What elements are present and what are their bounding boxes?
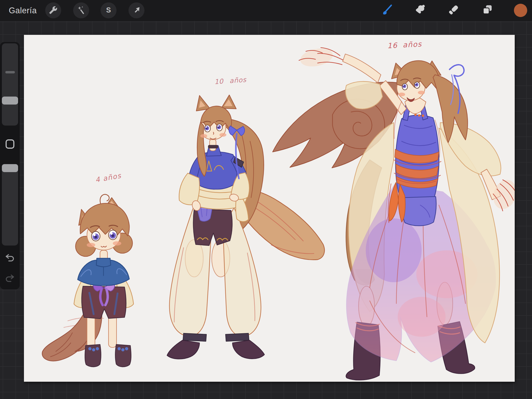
eraser-icon (447, 4, 460, 17)
character-age-4 (42, 194, 134, 367)
erase-tool-button[interactable] (447, 4, 460, 16)
undo-arrow-icon (5, 259, 15, 263)
brush-size-handle[interactable] (2, 97, 18, 105)
size-indicator-dash (5, 71, 15, 73)
adjustments-button[interactable] (73, 2, 89, 18)
left-sidebar (0, 42, 20, 289)
gallery-button[interactable]: Galería (9, 0, 37, 21)
actions-button[interactable] (45, 2, 61, 18)
procreate-app: 4 años 10 años 16 años Galería (0, 0, 532, 399)
selection-s-icon: S (104, 6, 113, 15)
undo-button[interactable] (5, 253, 15, 262)
layers-button[interactable] (481, 4, 493, 16)
redo-button[interactable] (5, 274, 15, 282)
smudge-tool-button[interactable] (414, 4, 426, 16)
transform-button[interactable] (128, 2, 144, 18)
character-age-16 (273, 46, 515, 380)
opacity-slider[interactable] (2, 164, 18, 246)
brush-size-slider[interactable] (2, 43, 18, 126)
smudge-finger-icon (414, 4, 426, 17)
magic-wand-icon (77, 6, 85, 15)
paint-tool-button[interactable] (381, 4, 393, 16)
redo-arrow-icon (5, 279, 15, 283)
wrench-icon (49, 6, 57, 15)
transform-arrow-icon (132, 6, 141, 15)
layers-icon (481, 4, 493, 17)
modify-button[interactable] (6, 139, 14, 149)
opacity-handle[interactable] (2, 164, 18, 172)
selection-button[interactable]: S (101, 2, 117, 18)
top-toolbar: Galería S (0, 0, 532, 21)
drawing-canvas[interactable]: 4 años 10 años 16 años (24, 35, 515, 382)
svg-text:S: S (106, 6, 111, 14)
paintbrush-icon (381, 4, 393, 17)
color-swatch-circle[interactable] (514, 4, 527, 17)
character-sheet-artwork (24, 35, 515, 382)
